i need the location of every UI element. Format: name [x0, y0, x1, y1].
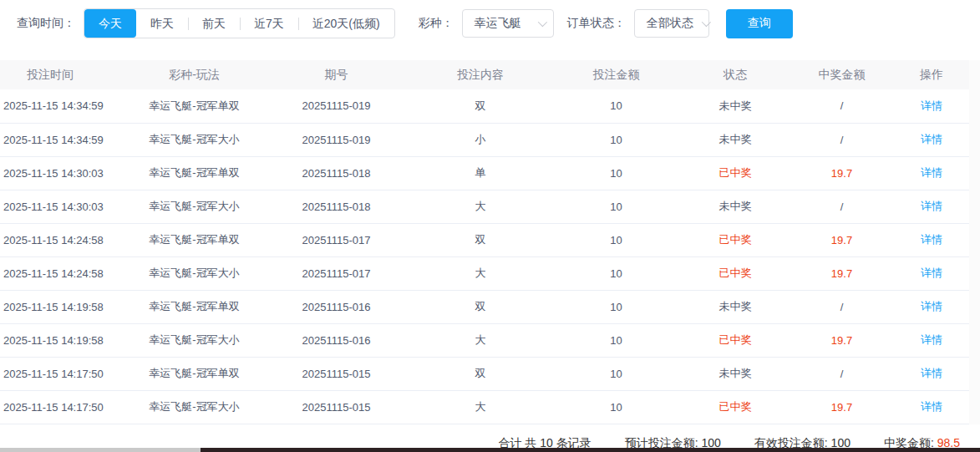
table-row: 2025-11-15 14:34:59 幸运飞艇-冠军大小 20251115-0…: [0, 123, 969, 156]
cell-prize-amount: /: [790, 190, 894, 223]
cell-bet-amount: 10: [551, 123, 681, 156]
time-filter-option-3[interactable]: 近7天: [240, 9, 298, 38]
cell-actions: 详情: [894, 323, 969, 357]
cell-prize-amount: 19.7: [790, 256, 894, 290]
horizontal-scrollbar-thumb[interactable]: [201, 448, 980, 452]
detail-link[interactable]: 详情: [921, 400, 942, 413]
bottom-bar: [0, 448, 980, 452]
cell-lottery-play: 幸运飞艇-冠军大小: [125, 323, 263, 357]
cell-issue-number: 20251115-019: [263, 89, 409, 123]
cell-bet-time: 2025-11-15 14:17:50: [0, 357, 125, 390]
cell-lottery-play: 幸运飞艇-冠军单双: [125, 89, 263, 123]
detail-link[interactable]: 详情: [921, 267, 942, 279]
lottery-select[interactable]: 幸运飞艇: [462, 9, 554, 38]
cell-prize-amount: 19.7: [790, 156, 894, 190]
detail-link[interactable]: 详情: [921, 99, 942, 112]
time-filter-option-0[interactable]: 今天: [84, 9, 136, 38]
chevron-down-icon: [701, 18, 710, 27]
cell-issue-number: 20251115-015: [263, 390, 409, 424]
cell-lottery-play: 幸运飞艇-冠军大小: [125, 190, 263, 223]
cell-bet-time: 2025-11-15 14:17:50: [0, 390, 125, 424]
header-actions: 操作: [894, 60, 969, 89]
detail-link[interactable]: 详情: [921, 200, 942, 212]
orders-table: 投注时间 彩种-玩法 期号 投注内容 投注金额 状态 中奖金额 操作 2025-…: [0, 60, 969, 424]
orders-tbody: 2025-11-15 14:34:59 幸运飞艇-冠军单双 20251115-0…: [0, 89, 969, 424]
cell-actions: 详情: [894, 390, 969, 424]
time-filter-option-2[interactable]: 前天: [188, 9, 240, 38]
cell-bet-content: 双: [409, 223, 551, 256]
cell-bet-time: 2025-11-15 14:19:58: [0, 290, 125, 323]
cell-bet-content: 单: [409, 156, 551, 190]
cell-bet-amount: 10: [551, 89, 681, 123]
cell-bet-time: 2025-11-15 14:19:58: [0, 323, 125, 357]
time-filter-group: 今天昨天前天近7天近20天(低频): [84, 8, 395, 38]
cell-prize-amount: /: [790, 89, 894, 123]
cell-bet-amount: 10: [551, 223, 681, 256]
order-status-select[interactable]: 全部状态: [634, 9, 709, 38]
cell-status: 已中奖: [681, 156, 790, 190]
detail-link[interactable]: 详情: [921, 300, 942, 312]
cell-actions: 详情: [894, 290, 969, 323]
cell-bet-content: 小: [409, 123, 551, 156]
time-filter-option-1[interactable]: 昨天: [136, 9, 188, 38]
table-row: 2025-11-15 14:30:03 幸运飞艇-冠军大小 20251115-0…: [0, 190, 969, 223]
lottery-select-value: 幸运飞艇: [475, 16, 521, 31]
cell-bet-time: 2025-11-15 14:34:59: [0, 89, 125, 123]
table-row: 2025-11-15 14:17:50 幸运飞艇-冠军单双 20251115-0…: [0, 357, 969, 390]
table-row: 2025-11-15 14:19:58 幸运飞艇-冠军大小 20251115-0…: [0, 323, 969, 357]
cell-issue-number: 20251115-016: [263, 290, 409, 323]
table-header-row: 投注时间 彩种-玩法 期号 投注内容 投注金额 状态 中奖金额 操作: [0, 60, 969, 89]
table-row: 2025-11-15 14:34:59 幸运飞艇-冠军单双 20251115-0…: [0, 89, 969, 123]
cell-issue-number: 20251115-017: [263, 223, 409, 256]
cell-bet-content: 双: [409, 290, 551, 323]
header-status: 状态: [681, 60, 790, 89]
table-row: 2025-11-15 14:30:03 幸运飞艇-冠军单双 20251115-0…: [0, 156, 969, 190]
header-issue-number: 期号: [263, 60, 409, 89]
cell-bet-amount: 10: [551, 256, 681, 290]
cell-status: 已中奖: [681, 323, 790, 357]
cell-bet-content: 大: [409, 256, 551, 290]
cell-bet-content: 大: [409, 323, 551, 357]
cell-bet-content: 双: [409, 357, 551, 390]
cell-lottery-play: 幸运飞艇-冠军大小: [125, 256, 263, 290]
time-filter-option-4[interactable]: 近20天(低频): [298, 9, 394, 38]
order-status-label: 订单状态：: [567, 16, 626, 31]
detail-link[interactable]: 详情: [921, 233, 942, 246]
cell-status: 未中奖: [681, 123, 790, 156]
cell-lottery-play: 幸运飞艇-冠军单双: [125, 357, 263, 390]
cell-prize-amount: 19.7: [790, 323, 894, 357]
cell-prize-amount: 19.7: [790, 390, 894, 424]
cell-bet-amount: 10: [551, 357, 681, 390]
cell-status: 已中奖: [681, 223, 790, 256]
cell-actions: 详情: [894, 256, 969, 290]
order-status-select-value: 全部状态: [647, 16, 693, 31]
detail-link[interactable]: 详情: [921, 333, 942, 346]
cell-status: 未中奖: [681, 357, 790, 390]
cell-bet-amount: 10: [551, 390, 681, 424]
cell-lottery-play: 幸运飞艇-冠军大小: [125, 123, 263, 156]
header-bet-content: 投注内容: [409, 60, 551, 89]
cell-actions: 详情: [894, 156, 969, 190]
cell-prize-amount: /: [790, 123, 894, 156]
table-row: 2025-11-15 14:24:58 幸运飞艇-冠军大小 20251115-0…: [0, 256, 969, 290]
cell-bet-time: 2025-11-15 14:30:03: [0, 190, 125, 223]
cell-bet-amount: 10: [551, 156, 681, 190]
cell-bet-time: 2025-11-15 14:24:58: [0, 256, 125, 290]
cell-status: 未中奖: [681, 89, 790, 123]
cell-prize-amount: /: [790, 357, 894, 390]
cell-bet-content: 大: [409, 390, 551, 424]
cell-issue-number: 20251115-019: [263, 123, 409, 156]
cell-actions: 详情: [894, 190, 969, 223]
cell-bet-time: 2025-11-15 14:24:58: [0, 223, 125, 256]
table-row: 2025-11-15 14:17:50 幸运飞艇-冠军大小 20251115-0…: [0, 390, 969, 424]
detail-link[interactable]: 详情: [921, 133, 942, 145]
cell-status: 未中奖: [681, 290, 790, 323]
detail-link[interactable]: 详情: [921, 367, 942, 379]
detail-link[interactable]: 详情: [921, 166, 942, 179]
vertical-scrollbar-track: [969, 60, 980, 424]
search-button[interactable]: 查询: [726, 9, 793, 38]
cell-bet-amount: 10: [551, 323, 681, 357]
header-prize-amount: 中奖金额: [790, 60, 894, 89]
cell-status: 已中奖: [681, 390, 790, 424]
cell-status: 已中奖: [681, 256, 790, 290]
